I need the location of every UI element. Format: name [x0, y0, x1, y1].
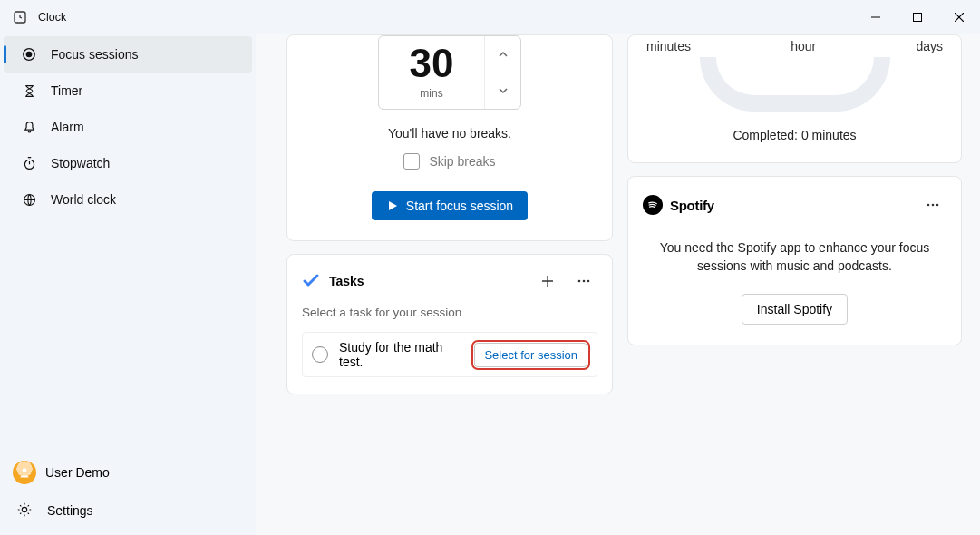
spotify-icon	[643, 195, 663, 215]
select-for-session-button[interactable]: Select for session	[474, 343, 587, 367]
settings-label: Settings	[47, 503, 93, 518]
sidebar: Focus sessions Timer Alarm Stopwatch Wor…	[0, 34, 256, 535]
nav-world-clock[interactable]: World clock	[4, 181, 252, 218]
tasks-hint: Select a task for your session	[302, 306, 597, 319]
svg-point-12	[583, 280, 586, 283]
close-button[interactable]	[938, 0, 980, 34]
install-spotify-button[interactable]: Install Spotify	[742, 294, 848, 325]
completed-text: Completed: 0 minutes	[733, 128, 856, 142]
svg-point-16	[936, 204, 939, 207]
nav-label: Alarm	[51, 120, 84, 134]
task-row: Study for the math test. Select for sess…	[302, 332, 597, 377]
svg-point-15	[932, 204, 935, 207]
breaks-info: You'll have no breaks.	[388, 126, 511, 141]
increase-button[interactable]	[485, 36, 520, 73]
svg-point-11	[578, 280, 581, 283]
minimize-button[interactable]	[855, 0, 897, 34]
nav-settings[interactable]: Settings	[0, 491, 256, 530]
daily-progress-card: minutes hour days Completed: 0 minutes	[627, 34, 962, 163]
titlebar: Clock	[0, 0, 980, 34]
window-controls	[855, 0, 980, 34]
skip-breaks-label: Skip breaks	[429, 154, 495, 169]
start-label: Start focus session	[406, 199, 513, 213]
globe-icon	[20, 190, 38, 209]
add-task-button[interactable]	[534, 268, 561, 295]
tasks-more-button[interactable]	[570, 268, 597, 295]
progress-label-days: days	[916, 39, 943, 54]
spotify-more-button[interactable]	[919, 191, 946, 219]
duration-picker: 30 mins	[378, 35, 521, 110]
user-account[interactable]: User Demo	[0, 453, 256, 491]
play-icon	[386, 199, 399, 212]
focus-session-card: 30 mins You'll have no breaks. Skip brea…	[286, 34, 613, 241]
decrease-button[interactable]	[485, 73, 520, 110]
duration-value: 30	[410, 44, 454, 83]
app-title: Clock	[38, 11, 855, 24]
maximize-button[interactable]	[897, 0, 938, 34]
svg-point-13	[587, 280, 590, 283]
tasks-title: Tasks	[329, 274, 525, 288]
nav-label: Timer	[51, 83, 82, 98]
avatar-icon	[13, 461, 36, 484]
clock-app-icon	[13, 10, 27, 24]
nav-timer[interactable]: Timer	[4, 73, 252, 109]
nav-label: World clock	[51, 192, 116, 207]
svg-rect-2	[914, 14, 922, 22]
start-focus-button[interactable]: Start focus session	[372, 191, 528, 220]
task-text: Study for the math test.	[339, 340, 463, 369]
user-name: User Demo	[45, 465, 110, 480]
progress-ring	[700, 57, 890, 112]
nav-label: Focus sessions	[51, 47, 138, 62]
task-complete-radio[interactable]	[312, 346, 328, 363]
duration-unit: mins	[420, 87, 442, 100]
svg-point-10	[22, 507, 26, 511]
spotify-message: You need the Spotify app to enhance your…	[643, 238, 946, 276]
nav-alarm[interactable]: Alarm	[4, 109, 252, 145]
bell-icon	[20, 118, 38, 136]
skip-breaks-checkbox[interactable]	[403, 153, 420, 170]
svg-point-6	[26, 52, 31, 56]
nav-focus-sessions[interactable]: Focus sessions	[4, 36, 252, 73]
tasks-card: Tasks Select a task for your session Stu…	[286, 254, 613, 394]
tasks-icon	[302, 272, 320, 290]
progress-label-minutes: minutes	[646, 39, 691, 54]
spotify-card: Spotify You need the Spotify app to enha…	[627, 176, 962, 345]
svg-point-7	[24, 160, 34, 169]
gear-icon	[16, 501, 34, 520]
spotify-title: Spotify	[670, 198, 714, 213]
svg-point-14	[927, 204, 930, 207]
nav-stopwatch[interactable]: Stopwatch	[4, 145, 252, 181]
svg-point-9	[23, 468, 27, 472]
target-icon	[20, 45, 38, 63]
nav-label: Stopwatch	[51, 156, 110, 170]
stopwatch-icon	[20, 154, 38, 172]
hourglass-icon	[20, 82, 38, 100]
progress-label-hour: hour	[791, 39, 816, 54]
main-content: 30 mins You'll have no breaks. Skip brea…	[256, 34, 980, 535]
